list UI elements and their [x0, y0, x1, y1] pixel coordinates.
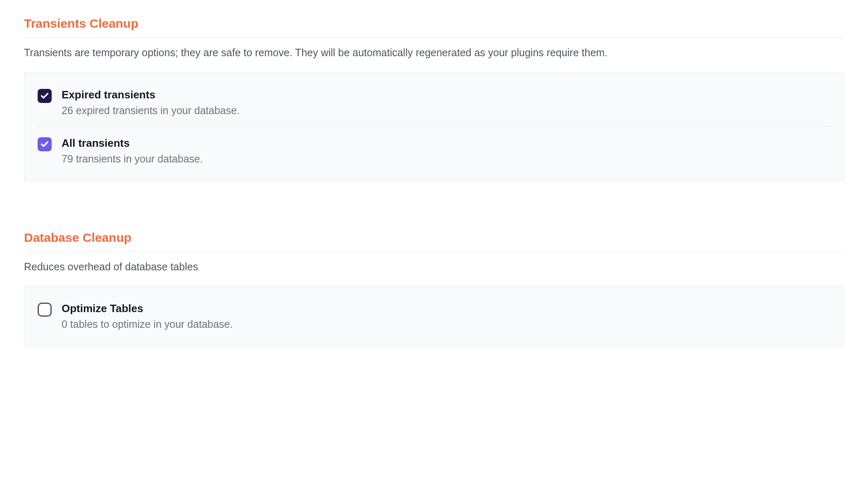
checkbox-optimize-tables[interactable]: [38, 303, 52, 317]
check-icon: [40, 91, 49, 100]
option-title: Expired transients: [62, 88, 830, 101]
option-text: Expired transients 26 expired transients…: [62, 88, 830, 117]
option-desc: 26 expired transients in your database.: [62, 105, 830, 117]
option-title: All transients: [62, 137, 830, 150]
option-expired-transients: Expired transients 26 expired transients…: [38, 79, 830, 127]
panel-database: Optimize Tables 0 tables to optimize in …: [24, 286, 844, 346]
option-desc: 79 transients in your database.: [62, 153, 830, 165]
option-optimize-tables: Optimize Tables 0 tables to optimize in …: [38, 292, 830, 340]
option-desc: 0 tables to optimize in your database.: [62, 318, 830, 330]
panel-transients: Expired transients 26 expired transients…: [24, 72, 844, 181]
option-title: Optimize Tables: [62, 302, 830, 315]
section-title-database: Database Cleanup: [24, 231, 844, 252]
check-icon: [40, 140, 49, 149]
option-all-transients: All transients 79 transients in your dat…: [38, 127, 830, 175]
section-desc-transients: Transients are temporary options; they a…: [24, 45, 844, 61]
section-title-transients: Transients Cleanup: [24, 17, 844, 38]
section-desc-database: Reduces overhead of database tables: [24, 259, 844, 275]
option-text: Optimize Tables 0 tables to optimize in …: [62, 302, 830, 330]
checkbox-all-transients[interactable]: [38, 137, 52, 151]
checkbox-expired-transients[interactable]: [38, 89, 52, 103]
option-text: All transients 79 transients in your dat…: [62, 137, 830, 165]
